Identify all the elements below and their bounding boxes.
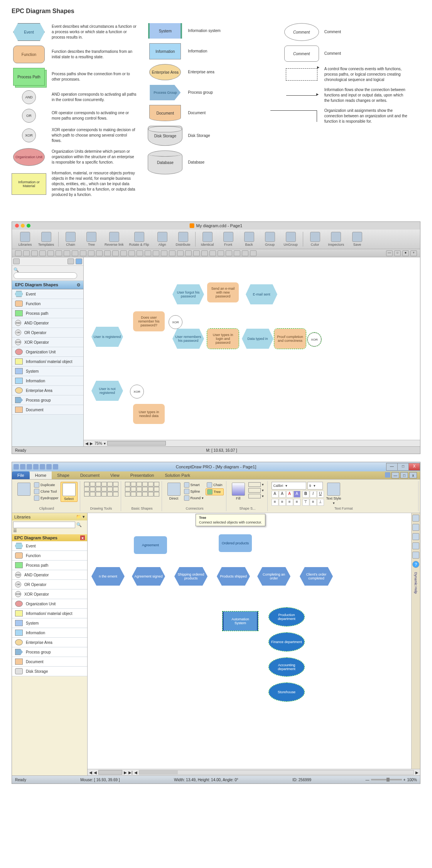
reverse link-button[interactable]: Reverse link — [102, 231, 126, 247]
tool-icon[interactable] — [47, 250, 54, 256]
tool-icon[interactable] — [96, 250, 103, 256]
tool-icon[interactable] — [153, 250, 159, 256]
canvas-shape[interactable]: User types in needed data — [133, 404, 165, 424]
duplicate-button[interactable]: Duplicate — [33, 482, 60, 488]
qat-icon[interactable] — [20, 464, 25, 469]
sidebar-item[interactable]: Disk Storage — [12, 667, 87, 676]
tool-icon[interactable] — [161, 250, 167, 256]
tree-button[interactable]: Tree — [206, 488, 224, 495]
qat-icon[interactable] — [53, 464, 58, 469]
search-input[interactable] — [14, 272, 77, 279]
canvas-shape[interactable]: Products shipped — [217, 567, 250, 586]
sidebar-item[interactable]: Document — [12, 405, 83, 415]
identical-button[interactable]: Identical — [197, 231, 218, 247]
color-font[interactable]: A — [286, 491, 293, 498]
qat-icon[interactable] — [46, 464, 52, 469]
chain-button[interactable]: Chain — [61, 231, 81, 247]
canvas-shape[interactable]: Completing an order — [257, 567, 290, 586]
sidebar-item[interactable]: Process path — [12, 561, 87, 570]
sidebar-item[interactable]: ANDAND Operator — [12, 318, 83, 328]
templates-button[interactable]: Templates — [36, 231, 56, 247]
mdi-max[interactable]: □ — [400, 472, 408, 478]
help-icon[interactable] — [385, 472, 390, 478]
sidebar-item[interactable]: Information — [12, 628, 87, 638]
sidebar-item[interactable]: Process path — [12, 309, 83, 318]
sidebar-item[interactable]: System — [12, 618, 87, 628]
canvas-shape[interactable]: Finance department — [269, 633, 304, 651]
canvas-shape[interactable]: XOR — [307, 333, 321, 346]
sidebar-item[interactable]: OROR Operator — [12, 580, 87, 589]
view-icon[interactable] — [13, 258, 20, 264]
canvas-shape[interactable]: User forgot his password — [172, 284, 204, 304]
tool-icon[interactable] — [201, 250, 208, 256]
search-input[interactable] — [13, 522, 75, 528]
smart-button[interactable]: Smart — [183, 482, 205, 488]
canvas-shape[interactable]: Does user remember his password? — [133, 311, 165, 331]
qat-icon[interactable] — [14, 464, 19, 469]
tool-icon[interactable] — [145, 250, 151, 256]
canvas-shape[interactable]: Agreement — [134, 536, 167, 554]
tool-icon[interactable] — [72, 250, 78, 256]
canvas-shape[interactable]: User remembers his password — [172, 329, 204, 349]
canvas-shape[interactable]: Data typed in — [242, 329, 273, 349]
bold-button[interactable]: B — [302, 491, 309, 498]
scroll-bottom[interactable]: ◀◀▶▶|◀▶ — [88, 769, 420, 775]
sidebar-header[interactable]: EPC Diagram Shapes ⊙ — [12, 281, 83, 289]
tool-icon[interactable] — [169, 250, 176, 256]
view-icon[interactable]: ☰ — [13, 528, 17, 533]
tool-icon[interactable] — [234, 250, 240, 256]
tool-icon[interactable] — [177, 250, 184, 256]
file-tab[interactable]: File — [12, 471, 30, 479]
qat-icon[interactable] — [33, 464, 39, 469]
italic-button[interactable]: I — [310, 491, 317, 498]
tool-icon[interactable] — [218, 250, 224, 256]
minimize-button[interactable]: — — [386, 463, 398, 471]
chain-button[interactable]: Chain — [206, 482, 224, 488]
win-canvas[interactable]: Tree Connect selected objects with conne… — [88, 513, 420, 775]
mac-canvas[interactable]: ◀▶ 75% ▾ User is registeredDoes user rem… — [84, 257, 420, 446]
mdi-min[interactable]: — — [392, 472, 399, 478]
sidebar-item[interactable]: Organization Unit — [12, 599, 87, 609]
zoom-button[interactable] — [27, 224, 30, 228]
direct-button[interactable]: Direct — [166, 482, 182, 501]
sidebar-item[interactable]: Organization Unit — [12, 347, 83, 357]
canvas-shape[interactable]: XOR — [169, 315, 182, 329]
sidebar-item[interactable]: Enterprise Area — [12, 386, 83, 395]
valign-mid[interactable]: ≡ — [310, 499, 317, 506]
sidebar-item[interactable]: System — [12, 366, 83, 376]
tool-icon[interactable] — [120, 250, 127, 256]
sidebar-item[interactable]: XORXOR Operator — [12, 589, 87, 599]
tool-icon[interactable] — [250, 250, 256, 256]
style-opt[interactable]: ▾ — [247, 482, 265, 487]
tool-icon[interactable] — [23, 250, 30, 256]
canvas-shape[interactable]: Proof completion and correctness — [274, 329, 306, 349]
canvas-shape[interactable]: User is not registered — [91, 381, 123, 401]
canvas-shape[interactable]: Automation System — [223, 611, 258, 631]
dynamic-help-label[interactable]: Dynamic Help — [414, 572, 418, 594]
tab-document[interactable]: Document — [75, 471, 105, 479]
select-button[interactable]: Select — [61, 482, 78, 502]
rt-icon[interactable] — [412, 524, 419, 531]
sidebar-item[interactable]: Function — [12, 551, 87, 561]
close-button[interactable]: X — [408, 463, 420, 471]
canvas-shape[interactable]: Storehouse — [269, 683, 304, 701]
drawing-grid[interactable] — [84, 482, 118, 496]
align-left[interactable]: ≡ — [272, 499, 278, 506]
close-button[interactable] — [15, 224, 19, 228]
color-button[interactable]: Color — [305, 231, 325, 247]
tab-solution park[interactable]: Solution Park — [159, 471, 195, 479]
tool-icon[interactable] — [193, 250, 200, 256]
tool-icon[interactable] — [128, 250, 135, 256]
canvas-shape[interactable]: Send an e-mail with new password — [207, 282, 239, 302]
align-right[interactable]: ≡ — [286, 499, 293, 506]
canvas-shape[interactable]: n the ement — [91, 567, 125, 586]
canvas-shape[interactable]: User is registered — [91, 327, 123, 347]
font-combo[interactable]: Calibri▾ — [272, 482, 306, 490]
search-icon[interactable]: 🔍 — [76, 522, 82, 527]
epc-header[interactable]: EPC Diagram Shapes x — [12, 534, 87, 541]
save-button[interactable]: Save — [347, 231, 367, 247]
maximize-button[interactable]: □ — [397, 463, 409, 471]
rt-icon[interactable] — [412, 533, 419, 540]
sidebar-item[interactable]: Event — [12, 541, 87, 551]
sidebar-item[interactable]: ANDAND Operator — [12, 570, 87, 580]
